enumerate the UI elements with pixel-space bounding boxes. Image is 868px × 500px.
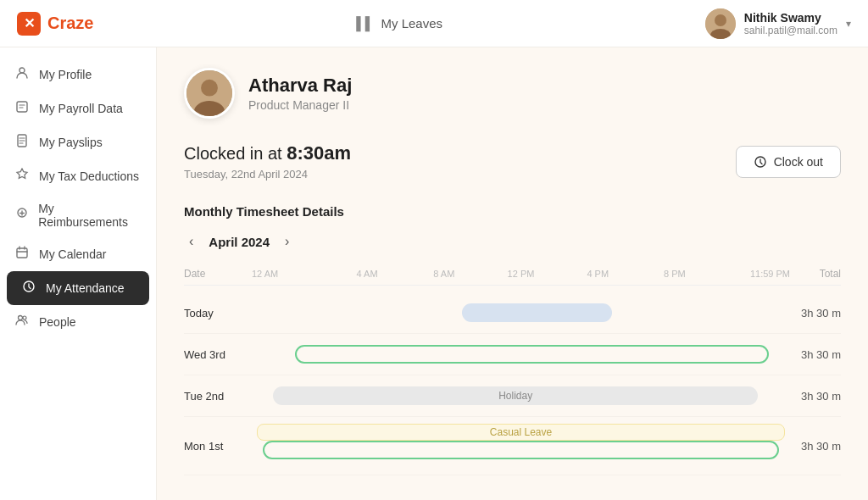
month-label: April 2024 [209,235,270,249]
row-date-tue2: Tue 2nd [184,390,252,403]
sidebar-label-my-attendance: My Attendance [46,281,125,295]
marker-1159pm: 11:59 PM [713,269,790,279]
row-bar-today [252,301,790,325]
bar-mon1-green [263,441,780,459]
sidebar-label-my-tax-deductions: My Tax Deductions [39,169,139,183]
logo-text: Craze [47,14,93,33]
table-row: Today 3h 30 m [184,292,841,334]
bar-casual-leave: Casual Leave [257,424,784,441]
profile-name: Atharva Raj [248,75,352,97]
sidebar-label-my-reimbursements: My Reimbursements [38,202,142,229]
sidebar-item-my-payslips[interactable]: My Payslips [0,125,156,159]
page-title-bar: ▌▌ My Leaves [356,16,442,31]
user-menu[interactable]: Nithik Swamy sahil.patil@mail.com ▾ [705,8,851,39]
clockin-prefix: Clocked in at [184,144,287,163]
profile-title: Product Manager II [248,98,352,112]
main-content: Atharva Raj Product Manager II Clocked i… [157,47,868,500]
marker-8pm: 8 PM [637,269,714,279]
bar-chart-icon: ▌▌ [356,16,374,31]
sidebar-item-my-reimbursements[interactable]: My Reimbursements [0,193,156,237]
bar-wed3 [295,345,769,364]
people-icon [14,314,31,331]
marker-4pm: 4 PM [559,269,637,279]
svg-point-3 [19,68,25,73]
timesheet-section: Monthly Timesheet Details ‹ April 2024 ›… [184,204,841,475]
calendar-icon [14,246,31,263]
row-date-today: Today [184,307,252,319]
sidebar: My Profile My Payroll Data My Payslips M… [0,47,157,500]
row-date-mon1: Mon 1st [184,440,252,453]
marker-4am: 4 AM [329,269,406,279]
user-info: Nithik Swamy sahil.patil@mail.com [744,11,837,36]
chevron-down-icon: ▾ [846,18,851,30]
sidebar-label-my-payroll-data: My Payroll Data [39,102,123,115]
table-row: Mon 1st Casual Leave 3h 30 m [184,417,841,475]
sidebar-label-my-profile: My Profile [39,68,92,81]
clockin-date: Tuesday, 22nd April 2024 [184,168,351,181]
svg-rect-4 [17,102,27,112]
svg-point-11 [201,80,218,97]
timesheet-title: Monthly Timesheet Details [184,204,841,219]
prev-month-button[interactable]: ‹ [184,232,198,251]
clockin-text: Clocked in at 8:30am [184,142,351,164]
reimbursements-icon [14,207,30,224]
profile-icon [14,66,31,83]
next-month-button[interactable]: › [280,232,294,251]
time-markers: 12 AM 4 AM 8 AM 12 PM 4 PM 8 PM 11:59 PM [252,269,790,279]
sidebar-item-my-payroll-data[interactable]: My Payroll Data [0,92,156,125]
main-layout: My Profile My Payroll Data My Payslips M… [0,47,868,500]
sidebar-item-my-calendar[interactable]: My Calendar [0,237,156,271]
clockout-label: Clock out [774,155,823,169]
row-bar-wed3 [252,342,790,366]
profile-header: Atharva Raj Product Manager II [184,68,841,119]
payslips-icon [14,134,31,151]
logo[interactable]: ✕ Craze [17,12,93,36]
user-email: sahil.patil@mail.com [744,25,837,36]
clockout-button[interactable]: Clock out [736,146,841,178]
marker-12am: 12 AM [252,269,329,279]
topbar: ✕ Craze ▌▌ My Leaves Nithik Swamy sahil.… [0,0,868,47]
profile-avatar [184,68,235,119]
clockout-icon [754,155,767,169]
bar-holiday: Holiday [273,386,758,405]
sidebar-label-my-payslips: My Payslips [39,136,103,149]
bar-today [462,303,613,322]
month-nav: ‹ April 2024 › [184,232,841,251]
tax-icon [14,168,31,185]
user-avatar [705,8,736,39]
row-date-wed3: Wed 3rd [184,348,252,361]
header-date: Date [184,268,252,280]
profile-info: Atharva Raj Product Manager II [248,75,352,112]
page-title: My Leaves [381,16,442,31]
table-row: Tue 2nd Holiday 3h 30 m [184,375,841,417]
marker-12pm: 12 PM [482,269,559,279]
clockin-time: 8:30am [287,142,351,164]
clockin-info: Clocked in at 8:30am Tuesday, 22nd April… [184,142,351,181]
attendance-icon [20,280,37,297]
sidebar-label-my-calendar: My Calendar [39,247,106,261]
svg-point-1 [715,14,726,26]
svg-point-8 [19,316,23,320]
sidebar-item-my-attendance[interactable]: My Attendance [7,271,149,305]
sidebar-item-my-tax-deductions[interactable]: My Tax Deductions [0,159,156,193]
row-bar-mon1: Casual Leave [252,425,790,466]
clockin-bar: Clocked in at 8:30am Tuesday, 22nd April… [184,142,841,181]
row-total-tue2: 3h 30 m [790,390,841,403]
row-bar-tue2: Holiday [252,384,790,408]
table-row: Wed 3rd 3h 30 m [184,334,841,375]
row-total-wed3: 3h 30 m [790,348,841,361]
logo-icon: ✕ [17,12,41,36]
sidebar-item-people[interactable]: People [0,305,156,339]
marker-8am: 8 AM [405,269,482,279]
sidebar-label-people: People [39,315,76,329]
header-total: Total [790,268,841,280]
payroll-icon [14,100,31,117]
row-total-mon1: 3h 30 m [790,440,841,453]
row-total-today: 3h 30 m [790,307,841,319]
user-name: Nithik Swamy [744,11,837,25]
svg-point-9 [23,316,26,319]
header-timeline: 12 AM 4 AM 8 AM 12 PM 4 PM 8 PM 11:59 PM [252,269,790,279]
timeline-header: Date 12 AM 4 AM 8 AM 12 PM 4 PM 8 PM 11:… [184,268,841,286]
sidebar-item-my-profile[interactable]: My Profile [0,58,156,92]
svg-rect-6 [17,248,27,258]
